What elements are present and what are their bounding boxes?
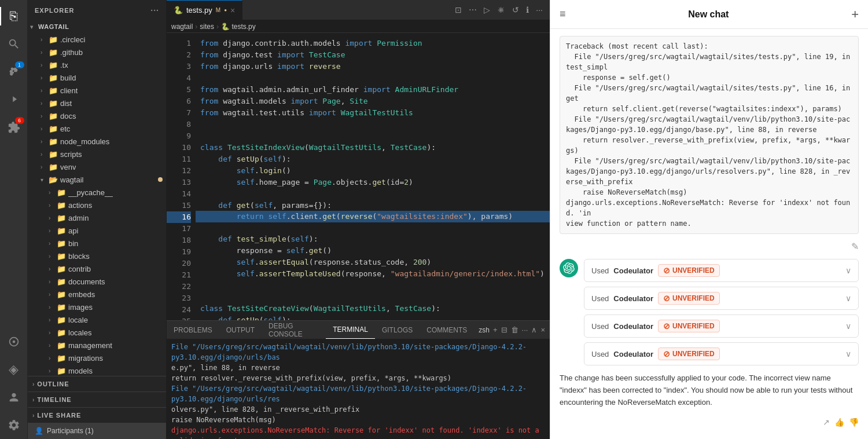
message-feedback: ↗ 👍 👎	[560, 415, 859, 427]
source-control-icon[interactable]: 1	[0, 58, 28, 86]
search-icon[interactable]	[0, 30, 28, 58]
tool-card-3[interactable]: Used Codeulator ⊘ UNVERIFIED ∨	[584, 314, 859, 338]
terminal-trash-icon[interactable]: 🗑	[511, 325, 518, 334]
thumbs-down-icon[interactable]: 👎	[849, 418, 859, 427]
split-editor-icon[interactable]: ⊡	[453, 4, 464, 16]
sidebar-item-dist[interactable]: ›📁dist	[28, 97, 166, 109]
tab-gitlogs[interactable]: GITLOGS	[375, 321, 420, 339]
breadcrumb: wagtail › sites › 🐍 tests.py	[167, 20, 550, 33]
terminal-content[interactable]: File "/Users/greg/src/wagtail/wagtail/ve…	[167, 339, 550, 439]
liveshare-label: LIVE SHARE	[37, 412, 81, 419]
debug-icon[interactable]: ⛯	[495, 4, 507, 16]
tool-chevron-2[interactable]: ∨	[845, 294, 851, 303]
tool-card-4[interactable]: Used Codeulator ⊘ UNVERIFIED ∨	[584, 342, 859, 365]
tool-chevron-1[interactable]: ∨	[845, 266, 851, 275]
tool-card-2[interactable]: Used Codeulator ⊘ UNVERIFIED ∨	[584, 287, 859, 310]
sidebar-item-migrations[interactable]: ›📁migrations	[28, 352, 166, 364]
sidebar-item-scripts[interactable]: ›📁scripts	[28, 148, 166, 160]
sidebar-item-models[interactable]: ›📁models	[28, 364, 166, 376]
ellipsis-icon[interactable]: ···	[534, 4, 545, 16]
sidebar-item-locales[interactable]: ›📁locales	[28, 326, 166, 339]
sidebar-item-docs[interactable]: ›📁docs	[28, 109, 166, 122]
tab-debug-console[interactable]: DEBUG CONSOLE	[262, 321, 326, 339]
terminal-close-icon[interactable]: ×	[540, 325, 545, 334]
line-numbers: 12345 678910 1112131415 16 17181920 2122…	[167, 33, 196, 320]
tab-terminal[interactable]: TERMINAL	[326, 321, 375, 339]
accounts-icon[interactable]	[0, 383, 28, 411]
sidebar-item-wagtail[interactable]: ▾ WAGTAIL	[28, 20, 166, 33]
outline-header[interactable]: › OUTLINE	[28, 376, 166, 392]
tool-badge-3: ⊘ UNVERIFIED	[658, 320, 720, 332]
traceback-block: Traceback (most recent call last): File …	[560, 36, 859, 234]
sidebar-item-wagtail-folder[interactable]: ▾ 📂 wagtail	[28, 173, 166, 186]
wagtail-arrow: ▾	[30, 24, 38, 30]
remote-explorer-icon[interactable]	[0, 328, 28, 356]
sidebar-item-actions[interactable]: ›📁actions	[28, 199, 166, 211]
info-icon[interactable]: ℹ	[524, 4, 531, 16]
settings-icon[interactable]	[0, 411, 28, 439]
sidebar-header-icons: ···	[150, 6, 159, 15]
sidebar-item-locale[interactable]: ›📁locale	[28, 313, 166, 326]
tab-tests-py[interactable]: 🐍 tests.py M ● ×	[167, 0, 242, 20]
sidebar-item-github[interactable]: ›📁.github	[28, 46, 166, 58]
participants-bar[interactable]: 👤 Participants (1)	[28, 423, 166, 439]
code-area[interactable]: from django.contrib.auth.models import P…	[196, 33, 550, 320]
files-icon[interactable]: ⎘	[0, 2, 28, 30]
sidebar-item-node-modules[interactable]: ›📁node_modules	[28, 135, 166, 148]
run-debug-icon[interactable]	[0, 86, 28, 114]
refresh-icon[interactable]: ↺	[510, 4, 521, 16]
outline-section: › OUTLINE	[28, 376, 166, 392]
sidebar-item-blocks[interactable]: ›📁blocks	[28, 250, 166, 262]
terminal-line: olvers.py", line 828, in _reverse_with_p…	[171, 404, 545, 415]
breadcrumb-sites[interactable]: sites	[200, 23, 214, 31]
liveshare-header[interactable]: › LIVE SHARE	[28, 408, 166, 423]
run-tests-icon[interactable]: ▷	[481, 4, 492, 16]
chat-messages: Traceback (most recent call last): File …	[550, 29, 868, 439]
chat-title: New chat	[573, 9, 845, 20]
terminal-new-icon[interactable]: +	[493, 325, 498, 334]
sidebar-item-images[interactable]: ›📁images	[28, 301, 166, 313]
sidebar-item-build[interactable]: ›📁build	[28, 71, 166, 84]
share-icon[interactable]: ↗	[823, 418, 830, 427]
thumbs-up-icon[interactable]: 👍	[834, 418, 844, 427]
sidebar-item-api[interactable]: ›📁api	[28, 224, 166, 237]
panel-tab-controls: zsh + ⊟ 🗑 ··· ∧ ×	[474, 321, 550, 339]
tab-output[interactable]: OUTPUT	[219, 321, 262, 339]
terminal-collapse-icon[interactable]: ∧	[531, 325, 537, 334]
tool-chevron-3[interactable]: ∨	[845, 321, 851, 331]
timeline-header[interactable]: › TIMELINE	[28, 392, 166, 407]
breadcrumb-file[interactable]: 🐍 tests.py	[221, 23, 256, 31]
tab-problems[interactable]: PROBLEMS	[167, 321, 219, 339]
sidebar-item-client[interactable]: ›📁client	[28, 84, 166, 97]
tool-badge-4: ⊘ UNVERIFIED	[658, 347, 720, 360]
tool-chevron-4[interactable]: ∨	[845, 349, 851, 358]
sidebar-item-contrib[interactable]: ›📁contrib	[28, 262, 166, 275]
sidebar-item-etc[interactable]: ›📁etc	[28, 122, 166, 135]
chat-menu-icon[interactable]: ≡	[560, 8, 566, 20]
tab-close-icon[interactable]: ×	[230, 6, 235, 15]
breadcrumb-sep2: ›	[216, 23, 219, 31]
breadcrumb-sep1: ›	[195, 23, 197, 31]
extensions-icon[interactable]: 6	[0, 114, 28, 141]
breadcrumb-wagtail[interactable]: wagtail	[171, 23, 193, 31]
sidebar-item-management[interactable]: ›📁management	[28, 339, 166, 352]
tab-comments[interactable]: COMMENTS	[420, 321, 474, 339]
sidebar-item-embeds[interactable]: ›📁embeds	[28, 288, 166, 301]
tool-card-1[interactable]: Used Codeulator ⊘ UNVERIFIED ∨	[584, 259, 859, 282]
sidebar-item-circleci[interactable]: ›📁.circleci	[28, 33, 166, 46]
ai-response-text: The change has been successfully applied…	[560, 372, 859, 408]
sidebar-item-bin[interactable]: ›📁bin	[28, 237, 166, 250]
activity-bar: ⎘ 1 6 ◈	[0, 0, 28, 439]
sidebar-menu-icon[interactable]: ···	[150, 6, 159, 15]
chat-new-button[interactable]: +	[851, 7, 859, 22]
more-actions-icon[interactable]: ⋯	[466, 4, 479, 16]
sidebar-item-admin[interactable]: ›📁admin	[28, 211, 166, 224]
edit-message-icon[interactable]: ✎	[851, 241, 859, 252]
liveshare-icon[interactable]: ◈	[0, 356, 28, 383]
sidebar-item-venv[interactable]: ›📁venv	[28, 160, 166, 173]
sidebar-item-documents[interactable]: ›📁documents	[28, 275, 166, 288]
terminal-split-icon[interactable]: ⊟	[501, 325, 507, 334]
terminal-more-icon[interactable]: ···	[522, 325, 528, 334]
sidebar-item-tx[interactable]: ›📁.tx	[28, 58, 166, 71]
sidebar-item-pycache[interactable]: ›📁__pycache__	[28, 186, 166, 199]
